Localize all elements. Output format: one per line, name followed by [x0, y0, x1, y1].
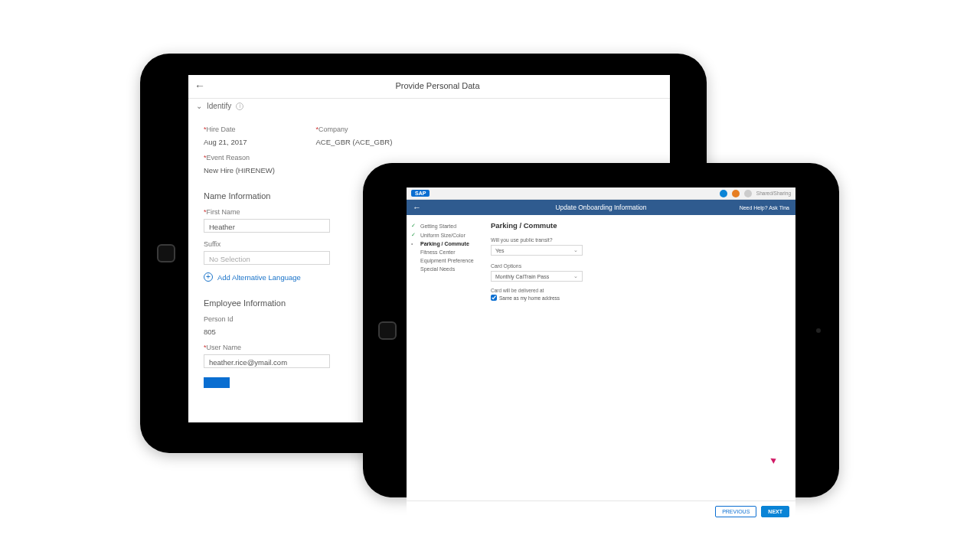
section-toggle-identity[interactable]: ⌄ Identify i	[188, 99, 670, 113]
notification-icon[interactable]	[720, 190, 727, 197]
info-icon: i	[236, 103, 243, 110]
home-button-icon	[157, 244, 175, 262]
wizard-footer: PREVIOUS NEXT	[407, 500, 795, 522]
bullet-icon: •	[411, 241, 417, 246]
step-item[interactable]: ✓Uniform Size/Color	[411, 230, 479, 240]
chevron-down-icon: ⌄	[196, 102, 202, 110]
plus-icon: +	[204, 272, 213, 282]
user-name-input[interactable]: heather.rice@ymail.com	[204, 354, 330, 368]
suffix-select[interactable]: No Selection	[204, 251, 330, 265]
next-button[interactable]: NEXT	[761, 506, 789, 517]
step-list: ✓Getting Started✓Uniform Size/Color•Park…	[407, 215, 483, 500]
shell-header: SAP Shared/Sharing	[407, 187, 795, 200]
sap-logo-icon: SAP	[411, 190, 430, 197]
field-company: *Company ACE_GBR (ACE_GBR)	[316, 126, 393, 146]
field-first-name: *First Name Heather	[204, 208, 330, 233]
share-link[interactable]: Shared/Sharing	[756, 191, 791, 196]
screen-onboarding: SAP Shared/Sharing ← Update Onboarding I…	[407, 187, 795, 522]
chevron-down-icon: ⌄	[573, 247, 578, 253]
avatar-icon[interactable]	[744, 190, 752, 197]
step-item[interactable]: Equipment Preference	[411, 256, 479, 265]
step-item[interactable]: ✓Getting Started	[411, 221, 479, 230]
page-title: Provide Personal Data	[213, 81, 662, 90]
alert-icon[interactable]	[732, 190, 740, 197]
step-item[interactable]: Fitness Center	[411, 248, 479, 256]
section-title: Identify	[207, 102, 231, 110]
back-icon[interactable]: ←	[194, 80, 205, 92]
field-card-options: Card Options Monthly CalTrain Pass ⌄	[491, 263, 788, 282]
home-button-icon	[378, 321, 397, 340]
first-name-input[interactable]: Heather	[204, 219, 330, 233]
step-label: Getting Started	[420, 223, 456, 229]
parking-form: Parking / Commute Will you use public tr…	[483, 215, 795, 500]
continue-button[interactable]	[204, 377, 230, 388]
delivery-note: Card will be delivered at	[491, 288, 788, 293]
step-label: Equipment Preference	[420, 258, 474, 263]
step-label: Fitness Center	[420, 249, 456, 255]
card-options-select[interactable]: Monthly CalTrain Pass ⌄	[491, 271, 583, 282]
camera-icon	[816, 328, 821, 333]
bar-title: Update Onboarding Information	[407, 204, 795, 211]
step-item[interactable]: Special Needs	[411, 265, 479, 273]
previous-button[interactable]: PREVIOUS	[715, 506, 756, 517]
check-icon: ✓	[411, 232, 417, 238]
page-header: ← Provide Personal Data	[188, 75, 670, 99]
step-item[interactable]: •Parking / Commute	[411, 240, 479, 248]
step-label: Parking / Commute	[420, 241, 469, 246]
onboarding-body: ✓Getting Started✓Uniform Size/Color•Park…	[407, 215, 795, 500]
form-title: Parking / Commute	[491, 221, 788, 230]
field-public-transit: Will you use public transit? Yes ⌄	[491, 237, 788, 256]
check-icon: ✓	[411, 223, 417, 229]
chevron-down-icon: ⌄	[573, 273, 578, 279]
public-transit-select[interactable]: Yes ⌄	[491, 245, 583, 256]
step-label: Uniform Size/Color	[420, 233, 466, 238]
tablet-onboarding: SAP Shared/Sharing ← Update Onboarding I…	[363, 163, 839, 497]
title-bar: ← Update Onboarding Information Need Hel…	[407, 200, 795, 215]
same-address-checkbox[interactable]: Same as my home address	[491, 295, 788, 301]
step-label: Special Needs	[420, 266, 455, 272]
same-address-input[interactable]	[491, 295, 497, 301]
field-hire-date: *Hire Date Aug 21, 2017	[204, 126, 247, 146]
